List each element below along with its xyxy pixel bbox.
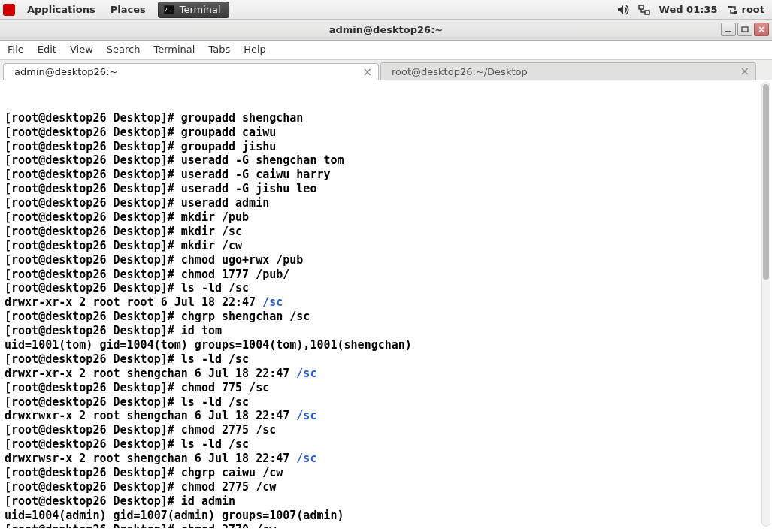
terminal-line: [root@desktop26 Desktop]# mkdir /cw [5,239,767,253]
terminal-line: [root@desktop26 Desktop]# chmod ugo+rwx … [5,253,767,268]
svg-rect-4 [645,11,649,14]
distro-logo-icon [3,4,15,16]
scrollbar-thumb[interactable] [763,84,769,280]
tab-admin-desktop26[interactable]: admin@desktop26:~ × [3,63,379,80]
taskbar-terminal-label: Terminal [180,4,221,15]
terminal-line: [root@desktop26 Desktop]# useradd -G cai… [5,168,767,182]
terminal-line: [root@desktop26 Desktop]# chmod 2770 /cw [5,523,767,528]
tab-label: admin@desktop26:~ [14,66,117,77]
menu-edit[interactable]: Edit [38,44,56,55]
terminal-line: [root@desktop26 Desktop]# mkdir /pub [5,210,767,225]
terminal-line: [root@desktop26 Desktop]# chmod 2775 /cw [5,480,767,494]
close-button[interactable] [754,23,769,36]
user-menu[interactable]: root [727,4,765,16]
terminal-line: [root@desktop26 Desktop]# ls -ld /sc [5,281,767,295]
terminal-line: [root@desktop26 Desktop]# ls -ld /sc [5,352,767,367]
tab-close-icon[interactable]: × [740,65,749,78]
terminal-line: [root@desktop26 Desktop]# id admin [5,494,767,509]
terminal-output[interactable]: [root@desktop26 Desktop]# groupadd sheng… [0,80,772,528]
menu-view[interactable]: View [70,44,93,55]
terminal-menubar: File Edit View Search Terminal Tabs Help [0,41,772,59]
taskbar-terminal-button[interactable]: Terminal [158,2,229,18]
tab-label: root@desktop26:~/Desktop [392,66,528,77]
maximize-button[interactable] [737,23,752,36]
svg-rect-5 [728,6,732,8]
terminal-line: [root@desktop26 Desktop]# ls -ld /sc [5,395,767,410]
terminal-line: uid=1001(tom) gid=1004(tom) groups=1004(… [5,338,767,352]
window-titlebar[interactable]: admin@desktop26:~ [0,20,772,41]
menu-tabs[interactable]: Tabs [208,44,230,55]
terminal-line: [root@desktop26 Desktop]# chgrp caiwu /c… [5,466,767,480]
terminal-line: drwxr-xr-x 2 root root 6 Jul 18 22:47 /s… [5,295,767,310]
menu-search[interactable]: Search [107,44,141,55]
applications-menu[interactable]: Applications [24,2,98,17]
menu-terminal[interactable]: Terminal [153,44,195,55]
clock-label[interactable]: Wed 01:35 [659,4,718,15]
tab-root-desktop26-desktop[interactable]: root@desktop26:~/Desktop × [380,62,756,80]
terminal-line: [root@desktop26 Desktop]# groupadd jishu [5,140,767,154]
svg-rect-2 [168,11,171,11]
terminal-line: drwxrwsr-x 2 root shengchan 6 Jul 18 22:… [5,452,767,466]
volume-icon[interactable] [617,4,629,16]
terminal-line: [root@desktop26 Desktop]# useradd admin [5,196,767,210]
menu-help[interactable]: Help [244,44,266,55]
terminal-line: [root@desktop26 Desktop]# chmod 1777 /pu… [5,268,767,282]
places-menu[interactable]: Places [107,2,149,17]
gnome-top-panel: Applications Places Terminal Wed 01:35 r… [0,0,772,20]
menu-file[interactable]: File [8,44,24,55]
terminal-line: [root@desktop26 Desktop]# useradd -G she… [5,153,767,168]
minimize-button[interactable] [721,23,736,36]
svg-rect-3 [639,5,643,9]
terminal-line: [root@desktop26 Desktop]# groupadd sheng… [5,111,767,125]
terminal-line: [root@desktop26 Desktop]# chmod 2775 /sc [5,423,767,437]
terminal-line: [root@desktop26 Desktop]# useradd -G jis… [5,182,767,196]
terminal-line: [root@desktop26 Desktop]# chgrp shengcha… [5,310,767,324]
vertical-scrollbar[interactable] [761,82,770,527]
tab-close-icon[interactable]: × [362,65,372,79]
network-icon[interactable] [638,4,650,16]
user-label: root [742,4,765,15]
user-switch-icon [727,4,739,16]
svg-rect-6 [734,11,737,14]
terminal-line: drwxr-xr-x 2 root shengchan 6 Jul 18 22:… [5,367,767,381]
terminal-line: [root@desktop26 Desktop]# ls -ld /sc [5,437,767,452]
terminal-tabs: admin@desktop26:~ × root@desktop26:~/Des… [0,59,772,80]
terminal-line: [root@desktop26 Desktop]# id tom [5,324,767,338]
terminal-line: [root@desktop26 Desktop]# mkdir /sc [5,225,767,239]
terminal-line: drwxrwxr-x 2 root shengchan 6 Jul 18 22:… [5,409,767,423]
terminal-line: [root@desktop26 Desktop]# chmod 775 /sc [5,381,767,395]
svg-rect-7 [725,31,731,32]
svg-rect-8 [742,27,748,32]
terminal-line: uid=1004(admin) gid=1007(admin) groups=1… [5,509,767,523]
window-title: admin@desktop26:~ [329,24,443,35]
terminal-line: [root@desktop26 Desktop]# groupadd caiwu [5,125,767,140]
terminal-icon [163,4,175,16]
